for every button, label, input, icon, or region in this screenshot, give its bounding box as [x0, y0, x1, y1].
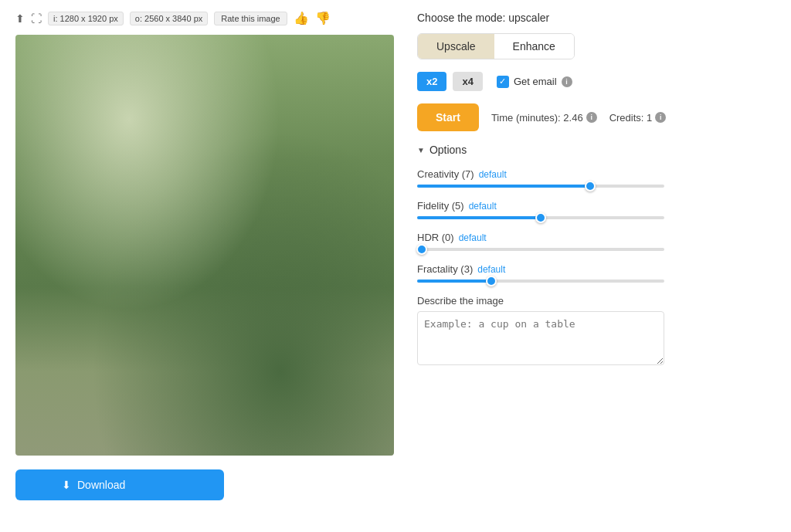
- start-button[interactable]: Start: [417, 103, 479, 131]
- fractality-default-link[interactable]: default: [477, 264, 505, 275]
- fidelity-slider-track: [417, 216, 664, 219]
- thumbs-down-icon[interactable]: 👎: [315, 11, 331, 25]
- describe-section: Describe the image: [417, 295, 776, 368]
- output-size-badge: o: 2560 x 3840 px: [130, 12, 208, 25]
- creativity-default-link[interactable]: default: [479, 169, 507, 180]
- scale-x4-button[interactable]: x4: [453, 72, 482, 91]
- download-button[interactable]: ⬇ Download: [15, 469, 224, 500]
- image-preview: [15, 35, 394, 456]
- email-label: Get email: [514, 76, 557, 87]
- fidelity-label: Fidelity (5) default: [417, 200, 776, 212]
- describe-label: Describe the image: [417, 295, 776, 307]
- fidelity-default-link[interactable]: default: [469, 201, 497, 212]
- options-header[interactable]: ▼ Options: [417, 144, 776, 156]
- email-checkbox[interactable]: ✓: [497, 76, 509, 88]
- expand-icon[interactable]: ⛶: [31, 12, 42, 25]
- fidelity-slider-group: Fidelity (5) default: [417, 200, 776, 219]
- creativity-slider-group: Creativity (7) default: [417, 168, 776, 188]
- image-content: [15, 35, 394, 456]
- mode-label: Choose the mode: upscaler: [417, 12, 776, 24]
- input-size-badge: i: 1280 x 1920 px: [48, 12, 124, 25]
- scale-row: x2 x4 ✓ Get email i: [417, 72, 776, 91]
- upscale-mode-button[interactable]: Upscale: [418, 34, 494, 59]
- fractality-label: Fractality (3) default: [417, 263, 776, 275]
- image-toolbar: ⬆ ⛶ i: 1280 x 1920 px o: 2560 x 3840 px …: [15, 8, 394, 29]
- left-panel: ⬆ ⛶ i: 1280 x 1920 px o: 2560 x 3840 px …: [15, 8, 394, 500]
- credits-info: Credits: 1 i: [609, 112, 667, 124]
- download-icon: ⬇: [62, 479, 71, 491]
- enhance-mode-button[interactable]: Enhance: [494, 34, 574, 59]
- creativity-label: Creativity (7) default: [417, 168, 776, 180]
- creativity-slider-track: [417, 185, 664, 188]
- hdr-slider-group: HDR (0) default: [417, 232, 776, 251]
- email-row: ✓ Get email i: [497, 76, 572, 88]
- upload-icon[interactable]: ⬆: [15, 12, 25, 25]
- hdr-label: HDR (0) default: [417, 232, 776, 243]
- right-panel: Choose the mode: upscaler Upscale Enhanc…: [417, 8, 776, 500]
- download-label: Download: [77, 479, 125, 491]
- mode-toggle: Upscale Enhance: [417, 33, 575, 59]
- hdr-default-link[interactable]: default: [459, 232, 487, 243]
- scale-x2-button[interactable]: x2: [417, 72, 446, 91]
- options-section: ▼ Options Creativity (7) default Fidelit: [417, 144, 776, 368]
- time-info: Time (minutes): 2.46 i: [491, 112, 597, 124]
- hdr-slider-track: [417, 248, 664, 251]
- time-info-icon[interactable]: i: [586, 112, 597, 123]
- fractality-slider-track: [417, 280, 664, 283]
- describe-textarea[interactable]: [417, 311, 664, 365]
- chevron-down-icon: ▼: [417, 146, 425, 154]
- thumbs-up-icon[interactable]: 👍: [294, 11, 309, 25]
- credits-info-icon[interactable]: i: [655, 112, 666, 123]
- fractality-slider-group: Fractality (3) default: [417, 263, 776, 283]
- email-info-icon[interactable]: i: [562, 76, 572, 87]
- start-row: Start Time (minutes): 2.46 i Credits: 1 …: [417, 103, 776, 131]
- rate-image-button[interactable]: Rate this image: [214, 12, 287, 25]
